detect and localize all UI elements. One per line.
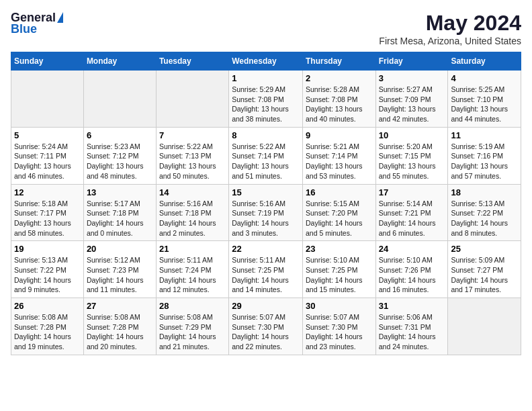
calendar-cell: 29 Sunrise: 5:07 AMSunset: 7:30 PMDaylig… bbox=[229, 298, 303, 355]
day-info: Sunrise: 5:13 AMSunset: 7:22 PMDaylight:… bbox=[451, 199, 518, 238]
day-number: 4 bbox=[451, 73, 518, 83]
day-info: Sunrise: 5:16 AMSunset: 7:19 PMDaylight:… bbox=[232, 199, 300, 238]
day-info: Sunrise: 5:10 AMSunset: 7:26 PMDaylight:… bbox=[379, 255, 445, 295]
calendar-week-row: 19 Sunrise: 5:13 AMSunset: 7:22 PMDaylig… bbox=[11, 241, 521, 298]
day-info: Sunrise: 5:29 AMSunset: 7:08 PMDaylight:… bbox=[232, 85, 300, 124]
calendar-cell: 30 Sunrise: 5:07 AMSunset: 7:30 PMDaylig… bbox=[302, 298, 375, 355]
calendar-cell: 16 Sunrise: 5:15 AMSunset: 7:20 PMDaylig… bbox=[302, 184, 375, 241]
day-number: 31 bbox=[379, 301, 445, 311]
day-number: 14 bbox=[159, 187, 226, 197]
day-number: 17 bbox=[379, 187, 445, 197]
weekday-header-wednesday: Wednesday bbox=[229, 52, 303, 71]
day-info: Sunrise: 5:19 AMSunset: 7:16 PMDaylight:… bbox=[451, 142, 518, 181]
calendar-cell: 12 Sunrise: 5:18 AMSunset: 7:17 PMDaylig… bbox=[11, 184, 84, 241]
weekday-header-tuesday: Tuesday bbox=[156, 52, 228, 71]
day-number: 30 bbox=[306, 301, 373, 311]
day-number: 24 bbox=[379, 244, 445, 254]
day-info: Sunrise: 5:20 AMSunset: 7:15 PMDaylight:… bbox=[379, 142, 445, 181]
day-info: Sunrise: 5:14 AMSunset: 7:21 PMDaylight:… bbox=[379, 199, 445, 238]
logo-arrow-icon bbox=[57, 12, 63, 23]
weekday-header-monday: Monday bbox=[83, 52, 156, 71]
day-number: 23 bbox=[306, 244, 373, 254]
day-info: Sunrise: 5:13 AMSunset: 7:22 PMDaylight:… bbox=[14, 255, 81, 295]
day-number: 25 bbox=[451, 244, 518, 254]
calendar-cell: 23 Sunrise: 5:10 AMSunset: 7:25 PMDaylig… bbox=[302, 241, 375, 298]
calendar-cell: 25 Sunrise: 5:09 AMSunset: 7:27 PMDaylig… bbox=[448, 241, 521, 298]
day-info: Sunrise: 5:08 AMSunset: 7:29 PMDaylight:… bbox=[159, 312, 226, 352]
calendar-cell bbox=[156, 71, 228, 128]
day-number: 5 bbox=[14, 130, 81, 140]
calendar-cell: 28 Sunrise: 5:08 AMSunset: 7:29 PMDaylig… bbox=[156, 298, 228, 355]
day-info: Sunrise: 5:11 AMSunset: 7:24 PMDaylight:… bbox=[159, 255, 226, 295]
day-number: 16 bbox=[306, 187, 373, 197]
calendar-location: First Mesa, Arizona, United States bbox=[379, 36, 521, 46]
day-number: 29 bbox=[232, 301, 300, 311]
calendar-cell bbox=[11, 71, 84, 128]
day-info: Sunrise: 5:08 AMSunset: 7:28 PMDaylight:… bbox=[87, 312, 153, 352]
calendar-cell: 5 Sunrise: 5:24 AMSunset: 7:11 PMDayligh… bbox=[11, 127, 84, 184]
day-info: Sunrise: 5:07 AMSunset: 7:30 PMDaylight:… bbox=[232, 312, 300, 352]
day-number: 15 bbox=[232, 187, 300, 197]
weekday-header-sunday: Sunday bbox=[11, 52, 84, 71]
day-info: Sunrise: 5:22 AMSunset: 7:14 PMDaylight:… bbox=[232, 142, 300, 181]
weekday-header-saturday: Saturday bbox=[448, 52, 521, 71]
calendar-cell: 24 Sunrise: 5:10 AMSunset: 7:26 PMDaylig… bbox=[375, 241, 448, 298]
calendar-cell: 21 Sunrise: 5:11 AMSunset: 7:24 PMDaylig… bbox=[156, 241, 228, 298]
page-header: General Blue May 2024 First Mesa, Arizon… bbox=[11, 11, 521, 46]
day-info: Sunrise: 5:07 AMSunset: 7:30 PMDaylight:… bbox=[306, 312, 373, 352]
calendar-cell: 9 Sunrise: 5:21 AMSunset: 7:14 PMDayligh… bbox=[302, 127, 375, 184]
day-number: 28 bbox=[159, 301, 226, 311]
calendar-cell bbox=[83, 71, 156, 128]
day-info: Sunrise: 5:21 AMSunset: 7:14 PMDaylight:… bbox=[306, 142, 373, 181]
calendar-cell: 26 Sunrise: 5:08 AMSunset: 7:28 PMDaylig… bbox=[11, 298, 84, 355]
calendar-week-row: 12 Sunrise: 5:18 AMSunset: 7:17 PMDaylig… bbox=[11, 184, 521, 241]
calendar-week-row: 5 Sunrise: 5:24 AMSunset: 7:11 PMDayligh… bbox=[11, 127, 521, 184]
calendar-cell: 1 Sunrise: 5:29 AMSunset: 7:08 PMDayligh… bbox=[229, 71, 303, 128]
calendar-cell: 14 Sunrise: 5:16 AMSunset: 7:18 PMDaylig… bbox=[156, 184, 228, 241]
calendar-cell: 20 Sunrise: 5:12 AMSunset: 7:23 PMDaylig… bbox=[83, 241, 156, 298]
day-info: Sunrise: 5:16 AMSunset: 7:18 PMDaylight:… bbox=[159, 199, 226, 238]
day-number: 27 bbox=[87, 301, 153, 311]
day-number: 1 bbox=[232, 73, 300, 83]
calendar-cell: 13 Sunrise: 5:17 AMSunset: 7:18 PMDaylig… bbox=[83, 184, 156, 241]
calendar-cell: 10 Sunrise: 5:20 AMSunset: 7:15 PMDaylig… bbox=[375, 127, 448, 184]
day-number: 13 bbox=[87, 187, 153, 197]
weekday-header-friday: Friday bbox=[375, 52, 448, 71]
day-info: Sunrise: 5:10 AMSunset: 7:25 PMDaylight:… bbox=[306, 255, 373, 295]
calendar-cell: 2 Sunrise: 5:28 AMSunset: 7:08 PMDayligh… bbox=[302, 71, 375, 128]
day-info: Sunrise: 5:15 AMSunset: 7:20 PMDaylight:… bbox=[306, 199, 373, 238]
day-info: Sunrise: 5:09 AMSunset: 7:27 PMDaylight:… bbox=[451, 255, 518, 295]
calendar-table: SundayMondayTuesdayWednesdayThursdayFrid… bbox=[11, 52, 521, 355]
calendar-cell: 18 Sunrise: 5:13 AMSunset: 7:22 PMDaylig… bbox=[448, 184, 521, 241]
calendar-cell: 7 Sunrise: 5:22 AMSunset: 7:13 PMDayligh… bbox=[156, 127, 228, 184]
day-number: 3 bbox=[379, 73, 445, 83]
day-info: Sunrise: 5:12 AMSunset: 7:23 PMDaylight:… bbox=[87, 255, 153, 295]
day-number: 19 bbox=[14, 244, 81, 254]
logo-blue-text: Blue bbox=[11, 22, 37, 36]
calendar-title: May 2024 bbox=[379, 11, 521, 36]
calendar-cell: 17 Sunrise: 5:14 AMSunset: 7:21 PMDaylig… bbox=[375, 184, 448, 241]
day-number: 7 bbox=[159, 130, 226, 140]
calendar-cell: 27 Sunrise: 5:08 AMSunset: 7:28 PMDaylig… bbox=[83, 298, 156, 355]
day-info: Sunrise: 5:23 AMSunset: 7:12 PMDaylight:… bbox=[87, 142, 153, 181]
day-number: 9 bbox=[306, 130, 373, 140]
logo: General Blue bbox=[11, 11, 63, 36]
day-info: Sunrise: 5:08 AMSunset: 7:28 PMDaylight:… bbox=[14, 312, 81, 352]
day-info: Sunrise: 5:22 AMSunset: 7:13 PMDaylight:… bbox=[159, 142, 226, 181]
calendar-cell: 31 Sunrise: 5:06 AMSunset: 7:31 PMDaylig… bbox=[375, 298, 448, 355]
day-number: 8 bbox=[232, 130, 300, 140]
calendar-cell: 11 Sunrise: 5:19 AMSunset: 7:16 PMDaylig… bbox=[448, 127, 521, 184]
day-number: 10 bbox=[379, 130, 445, 140]
day-number: 26 bbox=[14, 301, 81, 311]
day-info: Sunrise: 5:17 AMSunset: 7:18 PMDaylight:… bbox=[87, 199, 153, 238]
day-info: Sunrise: 5:24 AMSunset: 7:11 PMDaylight:… bbox=[14, 142, 81, 181]
day-number: 11 bbox=[451, 130, 518, 140]
calendar-week-row: 26 Sunrise: 5:08 AMSunset: 7:28 PMDaylig… bbox=[11, 298, 521, 355]
day-info: Sunrise: 5:28 AMSunset: 7:08 PMDaylight:… bbox=[306, 85, 373, 124]
calendar-cell: 22 Sunrise: 5:11 AMSunset: 7:25 PMDaylig… bbox=[229, 241, 303, 298]
calendar-cell: 15 Sunrise: 5:16 AMSunset: 7:19 PMDaylig… bbox=[229, 184, 303, 241]
day-info: Sunrise: 5:27 AMSunset: 7:09 PMDaylight:… bbox=[379, 85, 445, 124]
day-number: 6 bbox=[87, 130, 153, 140]
day-number: 12 bbox=[14, 187, 81, 197]
weekday-header-thursday: Thursday bbox=[302, 52, 375, 71]
